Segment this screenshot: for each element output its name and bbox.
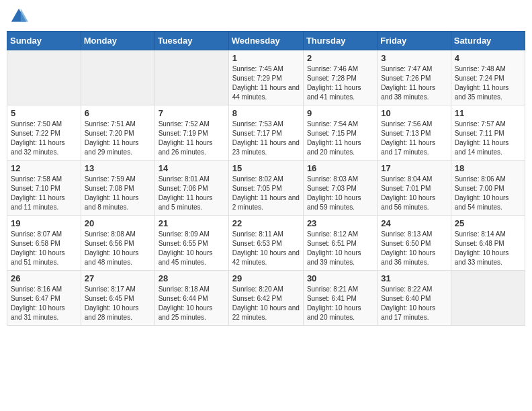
- day-number: 21: [159, 218, 225, 228]
- day-info: Sunrise: 8:20 AM Sunset: 6:42 PM Dayligh…: [232, 285, 300, 322]
- weekday-header-saturday: Saturday: [451, 32, 525, 50]
- calendar-cell: 18Sunrise: 8:06 AM Sunset: 7:00 PM Dayli…: [451, 161, 525, 216]
- calendar-cell: 14Sunrise: 8:01 AM Sunset: 7:06 PM Dayli…: [154, 161, 228, 216]
- calendar-cell: 28Sunrise: 8:18 AM Sunset: 6:44 PM Dayli…: [154, 271, 228, 326]
- day-number: 24: [381, 218, 447, 228]
- calendar-cell: [7, 50, 81, 105]
- day-info: Sunrise: 7:59 AM Sunset: 7:08 PM Dayligh…: [85, 175, 151, 212]
- day-number: 12: [11, 163, 77, 173]
- calendar-cell: 26Sunrise: 8:16 AM Sunset: 6:47 PM Dayli…: [7, 271, 81, 326]
- calendar-cell: 21Sunrise: 8:09 AM Sunset: 6:55 PM Dayli…: [154, 216, 228, 271]
- day-number: 19: [11, 218, 77, 228]
- calendar-table: SundayMondayTuesdayWednesdayThursdayFrid…: [7, 31, 525, 326]
- day-info: Sunrise: 8:02 AM Sunset: 7:05 PM Dayligh…: [232, 175, 300, 212]
- calendar-cell: 6Sunrise: 7:51 AM Sunset: 7:20 PM Daylig…: [81, 105, 154, 161]
- calendar-cell: 1Sunrise: 7:45 AM Sunset: 7:29 PM Daylig…: [228, 50, 303, 105]
- day-info: Sunrise: 8:11 AM Sunset: 6:53 PM Dayligh…: [232, 230, 300, 267]
- calendar-cell: 7Sunrise: 7:52 AM Sunset: 7:19 PM Daylig…: [154, 105, 228, 161]
- day-info: Sunrise: 8:12 AM Sunset: 6:51 PM Dayligh…: [307, 230, 373, 267]
- day-number: 9: [307, 108, 373, 118]
- logo: [9, 7, 31, 26]
- day-number: 28: [159, 273, 225, 283]
- day-info: Sunrise: 8:13 AM Sunset: 6:50 PM Dayligh…: [381, 230, 447, 267]
- day-number: 16: [307, 163, 373, 173]
- calendar-cell: 25Sunrise: 8:14 AM Sunset: 6:48 PM Dayli…: [451, 216, 525, 271]
- day-info: Sunrise: 8:01 AM Sunset: 7:06 PM Dayligh…: [159, 175, 225, 212]
- week-row-5: 26Sunrise: 8:16 AM Sunset: 6:47 PM Dayli…: [7, 271, 525, 326]
- day-number: 1: [232, 53, 300, 63]
- calendar-cell: 16Sunrise: 8:03 AM Sunset: 7:03 PM Dayli…: [303, 161, 377, 216]
- day-number: 20: [85, 218, 151, 228]
- day-number: 11: [455, 108, 521, 118]
- calendar-cell: 4Sunrise: 7:48 AM Sunset: 7:24 PM Daylig…: [451, 50, 525, 105]
- day-number: 3: [381, 53, 447, 63]
- calendar-cell: 5Sunrise: 7:50 AM Sunset: 7:22 PM Daylig…: [7, 105, 81, 161]
- calendar-cell: 17Sunrise: 8:04 AM Sunset: 7:01 PM Dayli…: [378, 161, 451, 216]
- weekday-header-row: SundayMondayTuesdayWednesdayThursdayFrid…: [7, 32, 525, 50]
- calendar-cell: 22Sunrise: 8:11 AM Sunset: 6:53 PM Dayli…: [228, 216, 303, 271]
- calendar-cell: 8Sunrise: 7:53 AM Sunset: 7:17 PM Daylig…: [228, 105, 303, 161]
- calendar-cell: 11Sunrise: 7:57 AM Sunset: 7:11 PM Dayli…: [451, 105, 525, 161]
- day-info: Sunrise: 8:22 AM Sunset: 6:40 PM Dayligh…: [381, 285, 447, 322]
- day-number: 13: [85, 163, 151, 173]
- weekday-header-friday: Friday: [378, 32, 451, 50]
- day-info: Sunrise: 7:56 AM Sunset: 7:13 PM Dayligh…: [381, 120, 447, 157]
- day-number: 23: [307, 218, 373, 228]
- calendar-cell: 20Sunrise: 8:08 AM Sunset: 6:56 PM Dayli…: [81, 216, 154, 271]
- day-number: 25: [455, 218, 521, 228]
- calendar-cell: 12Sunrise: 7:58 AM Sunset: 7:10 PM Dayli…: [7, 161, 81, 216]
- day-number: 27: [85, 273, 151, 283]
- day-number: 15: [232, 163, 300, 173]
- calendar-cell: 2Sunrise: 7:46 AM Sunset: 7:28 PM Daylig…: [303, 50, 377, 105]
- day-info: Sunrise: 7:45 AM Sunset: 7:29 PM Dayligh…: [232, 64, 300, 102]
- calendar-cell: 15Sunrise: 8:02 AM Sunset: 7:05 PM Dayli…: [228, 161, 303, 216]
- weekday-header-tuesday: Tuesday: [154, 32, 228, 50]
- logo-icon: [9, 7, 28, 26]
- day-info: Sunrise: 7:47 AM Sunset: 7:26 PM Dayligh…: [381, 64, 447, 102]
- day-info: Sunrise: 7:57 AM Sunset: 7:11 PM Dayligh…: [455, 120, 521, 157]
- day-info: Sunrise: 7:50 AM Sunset: 7:22 PM Dayligh…: [11, 120, 77, 157]
- day-info: Sunrise: 8:16 AM Sunset: 6:47 PM Dayligh…: [11, 285, 77, 322]
- svg-marker-1: [21, 9, 28, 22]
- day-number: 30: [307, 273, 373, 283]
- day-info: Sunrise: 8:06 AM Sunset: 7:00 PM Dayligh…: [455, 175, 521, 212]
- day-number: 18: [455, 163, 521, 173]
- day-info: Sunrise: 8:08 AM Sunset: 6:56 PM Dayligh…: [85, 230, 151, 267]
- calendar-cell: [451, 271, 525, 326]
- calendar-cell: 31Sunrise: 8:22 AM Sunset: 6:40 PM Dayli…: [378, 271, 451, 326]
- day-info: Sunrise: 7:51 AM Sunset: 7:20 PM Dayligh…: [85, 120, 151, 157]
- day-info: Sunrise: 7:58 AM Sunset: 7:10 PM Dayligh…: [11, 175, 77, 212]
- day-number: 7: [159, 108, 225, 118]
- day-number: 2: [307, 53, 373, 63]
- day-info: Sunrise: 7:52 AM Sunset: 7:19 PM Dayligh…: [159, 120, 225, 157]
- day-info: Sunrise: 8:03 AM Sunset: 7:03 PM Dayligh…: [307, 175, 373, 212]
- day-info: Sunrise: 7:46 AM Sunset: 7:28 PM Dayligh…: [307, 64, 373, 102]
- calendar-cell: 10Sunrise: 7:56 AM Sunset: 7:13 PM Dayli…: [378, 105, 451, 161]
- day-info: Sunrise: 8:09 AM Sunset: 6:55 PM Dayligh…: [159, 230, 225, 267]
- day-info: Sunrise: 8:18 AM Sunset: 6:44 PM Dayligh…: [159, 285, 225, 322]
- week-row-1: 1Sunrise: 7:45 AM Sunset: 7:29 PM Daylig…: [7, 50, 525, 105]
- calendar-cell: [154, 50, 228, 105]
- calendar-cell: 9Sunrise: 7:54 AM Sunset: 7:15 PM Daylig…: [303, 105, 377, 161]
- day-number: 14: [159, 163, 225, 173]
- day-number: 10: [381, 108, 447, 118]
- calendar-cell: [81, 50, 154, 105]
- page-header: [7, 7, 525, 26]
- day-info: Sunrise: 7:48 AM Sunset: 7:24 PM Dayligh…: [455, 64, 521, 102]
- calendar-cell: 30Sunrise: 8:21 AM Sunset: 6:41 PM Dayli…: [303, 271, 377, 326]
- day-number: 8: [232, 108, 300, 118]
- day-info: Sunrise: 8:17 AM Sunset: 6:45 PM Dayligh…: [85, 285, 151, 322]
- week-row-2: 5Sunrise: 7:50 AM Sunset: 7:22 PM Daylig…: [7, 105, 525, 161]
- day-info: Sunrise: 7:54 AM Sunset: 7:15 PM Dayligh…: [307, 120, 373, 157]
- calendar-cell: 13Sunrise: 7:59 AM Sunset: 7:08 PM Dayli…: [81, 161, 154, 216]
- calendar-cell: 3Sunrise: 7:47 AM Sunset: 7:26 PM Daylig…: [378, 50, 451, 105]
- weekday-header-monday: Monday: [81, 32, 154, 50]
- weekday-header-thursday: Thursday: [303, 32, 377, 50]
- day-number: 22: [232, 218, 300, 228]
- calendar-cell: 23Sunrise: 8:12 AM Sunset: 6:51 PM Dayli…: [303, 216, 377, 271]
- day-info: Sunrise: 8:14 AM Sunset: 6:48 PM Dayligh…: [455, 230, 521, 267]
- day-number: 6: [85, 108, 151, 118]
- day-number: 31: [381, 273, 447, 283]
- day-number: 4: [455, 53, 521, 63]
- week-row-3: 12Sunrise: 7:58 AM Sunset: 7:10 PM Dayli…: [7, 161, 525, 216]
